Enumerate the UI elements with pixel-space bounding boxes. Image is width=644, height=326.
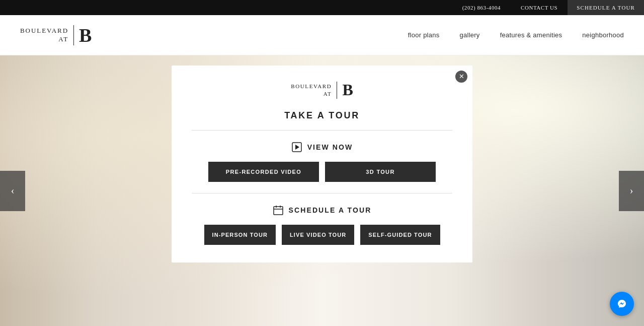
- live-video-tour-button[interactable]: LIVE VIDEO TOUR: [282, 225, 354, 245]
- logo[interactable]: BOULEVARD AT B: [20, 25, 92, 45]
- svg-marker-1: [295, 145, 299, 150]
- logo-letter: B: [79, 26, 92, 45]
- hero-background: ‹ › ✕ BOULEVARD AT B TAKE A TOUR: [0, 55, 644, 326]
- phone-number: (202) 863-4004: [452, 5, 511, 11]
- modal-close-button[interactable]: ✕: [455, 71, 467, 83]
- modal-logo-letter: B: [342, 81, 353, 99]
- pre-recorded-video-button[interactable]: PRE-RECORDED VIDEO: [208, 162, 319, 182]
- self-guided-tour-button[interactable]: SELF-GUIDED TOUR: [360, 225, 440, 245]
- play-icon: [291, 142, 302, 153]
- nav-gallery[interactable]: gallery: [460, 31, 480, 39]
- modal-mid-divider: [192, 193, 452, 193]
- 3d-tour-button[interactable]: 3D TOUR: [325, 162, 436, 182]
- top-bar: (202) 863-4004 CONTACT US SCHEDULE A TOU…: [0, 0, 644, 15]
- logo-text: BOULEVARD AT: [20, 27, 68, 44]
- modal-logo-divider: [337, 82, 337, 99]
- modal-top-divider: [192, 130, 452, 131]
- svg-rect-2: [274, 207, 283, 215]
- schedule-tour-topbar-button[interactable]: SCHEDULE A TOUR: [568, 0, 644, 15]
- contact-us-link[interactable]: CONTACT US: [511, 5, 568, 11]
- modal-title: TAKE A TOUR: [192, 110, 452, 121]
- schedule-tour-section-title: SCHEDULE A TOUR: [192, 205, 452, 216]
- tour-modal: ✕ BOULEVARD AT B TAKE A TOUR: [172, 66, 472, 263]
- modal-logo-text: BOULEVARD AT: [291, 83, 332, 97]
- schedule-tour-buttons: IN-PERSON TOUR LIVE VIDEO TOUR SELF-GUID…: [192, 225, 452, 245]
- nav-features-amenities[interactable]: features & amenities: [500, 31, 562, 39]
- in-person-tour-button[interactable]: IN-PERSON TOUR: [204, 225, 276, 245]
- close-icon: ✕: [459, 73, 464, 81]
- nav-floor-plans[interactable]: floor plans: [408, 31, 440, 39]
- header: BOULEVARD AT B floor plans gallery featu…: [0, 15, 644, 55]
- messenger-button[interactable]: [610, 292, 634, 316]
- calendar-icon: [273, 205, 284, 216]
- view-now-section-title: VIEW NOW: [192, 142, 452, 153]
- main-nav: floor plans gallery features & amenities…: [408, 31, 624, 39]
- modal-logo: BOULEVARD AT B: [192, 81, 452, 99]
- modal-overlay: ✕ BOULEVARD AT B TAKE A TOUR: [0, 55, 644, 326]
- messenger-icon: [615, 297, 628, 310]
- nav-neighborhood[interactable]: neighborhood: [582, 31, 624, 39]
- logo-divider: [73, 25, 74, 45]
- view-now-buttons: PRE-RECORDED VIDEO 3D TOUR: [192, 162, 452, 182]
